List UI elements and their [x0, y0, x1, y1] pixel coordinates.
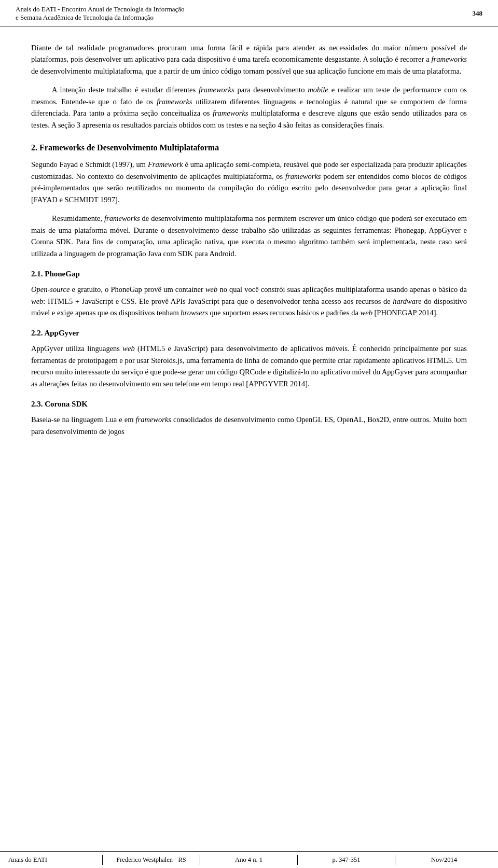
footer-pages: p. 347-351 — [298, 855, 395, 865]
section-21-title: 2.1. PhoneGap — [31, 270, 467, 278]
section-2-title: 2. Frameworks de Desenvolvimento Multipl… — [31, 143, 467, 152]
header-line1: Anais do EATI - Encontro Anual de Tecnol… — [16, 5, 185, 13]
section-23-title: 2.3. Corona SDK — [31, 400, 467, 409]
page-footer: Anais do EATI Frederico Westphalen - RS … — [0, 851, 498, 868]
main-content: Diante de tal realidade programadores pr… — [0, 26, 498, 851]
paragraph-2: A intenção deste trabalho é estudar dife… — [31, 84, 467, 131]
footer-date: Nov/2014 — [395, 855, 493, 865]
section-22-title: 2.2. AppGyver — [31, 329, 467, 338]
section2-paragraph-1: Segundo Fayad e Schmidt (1997), um Frame… — [31, 159, 467, 205]
section2-paragraph-2: Resumidamente, frameworks de desenvolvim… — [31, 213, 467, 259]
intro-paragraph: Diante de tal realidade programadores pr… — [31, 42, 467, 77]
section22-paragraph: AppGyver utiliza linguagens web (HTML5 e… — [31, 343, 467, 389]
page: Anais do EATI - Encontro Anual de Tecnol… — [0, 0, 498, 868]
section23-paragraph: Baseia-se na linguagem Lua e em framewor… — [31, 414, 467, 437]
footer-volume: Ano 4 n. 1 — [200, 855, 298, 865]
section21-paragraph: Open-source e gratuito, o PhoneGap provê… — [31, 284, 467, 318]
footer-location: Frederico Westphalen - RS — [103, 855, 200, 865]
footer-journal: Anais do EATI — [5, 855, 103, 865]
header-title: Anais do EATI - Encontro Anual de Tecnol… — [16, 5, 185, 22]
page-number: 348 — [473, 9, 483, 18]
header-line2: e Semana Acadêmica de Tecnologia da Info… — [16, 13, 185, 22]
page-header: Anais do EATI - Encontro Anual de Tecnol… — [0, 0, 498, 26]
